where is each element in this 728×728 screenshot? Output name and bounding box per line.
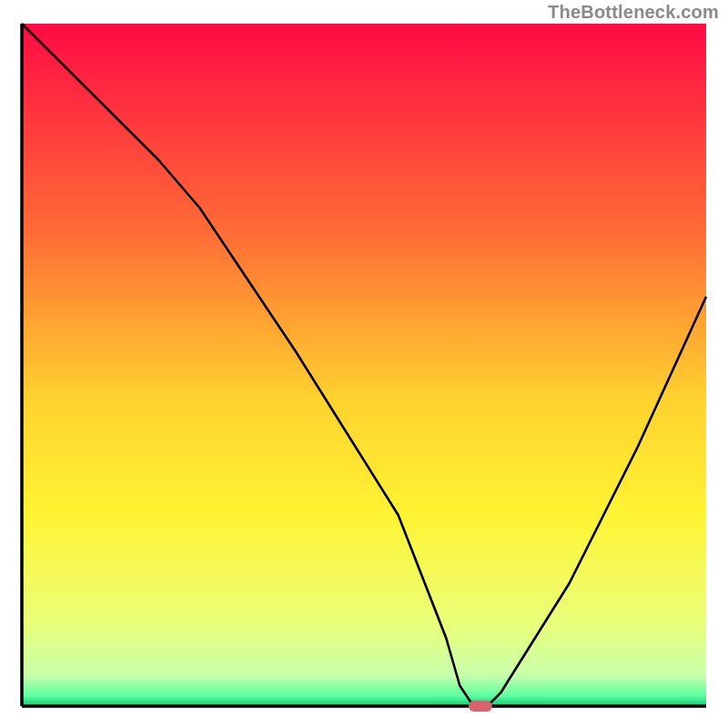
- chart-container: { "watermark": "TheBottleneck.com", "cha…: [0, 0, 728, 728]
- bottleneck-chart: [0, 0, 728, 728]
- optimal-marker: [469, 701, 492, 712]
- watermark-text: TheBottleneck.com: [548, 2, 719, 23]
